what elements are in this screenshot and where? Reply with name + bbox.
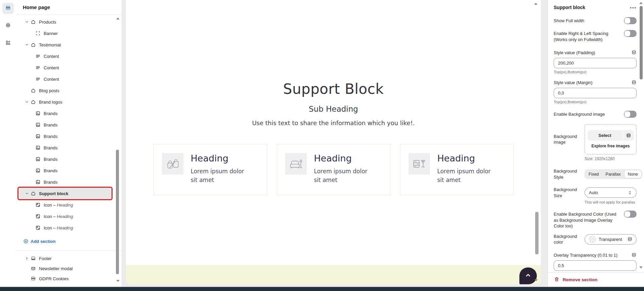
dynamic-source-icon[interactable] bbox=[631, 252, 637, 258]
dynamic-source-icon[interactable] bbox=[631, 80, 637, 85]
chevron-down-icon[interactable] bbox=[23, 191, 31, 195]
image-icon bbox=[35, 122, 44, 128]
overlay-label: Overlay Transparency (0.01 to 1) bbox=[554, 253, 617, 258]
support-block-section[interactable]: Support Block Sub Heading Use this text … bbox=[126, 0, 541, 195]
tree-item-label: Icon – Heading bbox=[44, 203, 73, 208]
panel-scrollbar-thumb[interactable] bbox=[640, 6, 643, 79]
bg-style-option-none[interactable]: None bbox=[624, 170, 642, 178]
bg-image-select-button[interactable]: Select bbox=[588, 130, 634, 141]
sidebar-tree-item-brands[interactable]: Brands bbox=[18, 153, 112, 165]
sidebar-tree-item-content[interactable]: Content bbox=[18, 50, 112, 62]
home-icon bbox=[31, 19, 39, 25]
preview-scrollbar-thumb[interactable] bbox=[535, 212, 539, 254]
enable-spacing-toggle[interactable] bbox=[624, 30, 637, 37]
panel-scroll-down-arrow[interactable] bbox=[639, 266, 643, 268]
tree-item-label: Brand logos bbox=[39, 100, 62, 105]
sidebar-tree-item-brands[interactable]: Brands bbox=[18, 108, 112, 119]
tree-item-text: Blog posts bbox=[39, 88, 59, 93]
sidebar-tree-item-icon-[interactable]: Icon – Heading bbox=[18, 211, 112, 222]
background-size-select[interactable]: Auto bbox=[585, 187, 637, 198]
sidebar-tree-item-banner[interactable]: Banner bbox=[18, 28, 112, 39]
theme-settings-button[interactable] bbox=[2, 20, 14, 32]
tree-item-label: Brands bbox=[44, 134, 57, 139]
sidebar-scrollbar-thumb[interactable] bbox=[116, 150, 119, 274]
image-icon bbox=[35, 145, 44, 150]
image-icon bbox=[35, 168, 44, 173]
show-full-width-toggle[interactable] bbox=[624, 17, 637, 24]
sidebar-tree-item-icon-[interactable]: Icon – Heading bbox=[18, 222, 112, 233]
chevron-down-icon[interactable] bbox=[23, 43, 31, 47]
support-card[interactable]: HeadingLorem ipsum dolor sit amet bbox=[400, 144, 514, 195]
sidebar-tree: ProductsBannerTestimonialContentContentC… bbox=[18, 16, 112, 233]
sidebar-tree-item-support-block[interactable]: Support block bbox=[18, 188, 112, 199]
sidebar-item-gdpr-cookies[interactable]: GDPR Cookies bbox=[18, 274, 112, 284]
card-body-text: Lorem ipsum dolor sit amet bbox=[437, 167, 498, 185]
bg-style-option-parallax[interactable]: Parallax bbox=[602, 170, 624, 178]
remove-section-button[interactable]: Remove section bbox=[548, 272, 644, 287]
sidebar-tree-item-brands[interactable]: Brands bbox=[18, 176, 112, 188]
sidebar-tree-item-blog-posts[interactable]: Blog posts bbox=[18, 85, 112, 96]
preview-scroll-down-arrow[interactable] bbox=[534, 279, 538, 281]
sidebar-tree-item-icon-[interactable]: Icon – Heading bbox=[18, 199, 112, 211]
sidebar-tree-item-content[interactable]: Content bbox=[18, 73, 112, 85]
chevron-down-icon[interactable] bbox=[23, 100, 31, 104]
card-heading: Heading bbox=[191, 153, 251, 163]
padding-input[interactable] bbox=[554, 58, 637, 68]
tree-item-label: Brands bbox=[44, 122, 57, 128]
explore-free-images-link[interactable]: Explore free images bbox=[591, 144, 630, 148]
sidebar-tree-item-brands[interactable]: Brands bbox=[18, 142, 112, 153]
show-full-width-label: Show Full width bbox=[554, 17, 584, 24]
bg-style-option-fixed[interactable]: Fixed bbox=[585, 170, 602, 178]
dynamic-source-icon[interactable] bbox=[627, 237, 633, 242]
card-heading: Heading bbox=[314, 153, 375, 163]
tree-item-text: Icon – bbox=[44, 225, 57, 230]
footer-icon bbox=[31, 256, 39, 261]
sidebar-item-recently-purchased[interactable]: Recently purchased bbox=[18, 284, 112, 284]
apps-add-icon bbox=[5, 40, 11, 47]
bg-color-picker[interactable]: Transparent bbox=[585, 234, 637, 245]
section-description: Use this text to share the information w… bbox=[126, 119, 541, 126]
section-subtitle: Sub Heading bbox=[126, 105, 541, 113]
sidebar-tree-item-brands[interactable]: Brands bbox=[18, 131, 112, 142]
preview-scroll-up-arrow[interactable] bbox=[534, 3, 538, 5]
updown-chevrons-icon bbox=[627, 190, 633, 195]
dynamic-source-icon[interactable] bbox=[623, 130, 634, 141]
kebab-menu-icon[interactable]: ••• bbox=[630, 5, 637, 10]
preview-area: Support Block Sub Heading Use this text … bbox=[122, 0, 548, 287]
chevron-right-icon[interactable] bbox=[23, 256, 31, 260]
margin-input[interactable] bbox=[554, 88, 637, 98]
support-card[interactable]: HeadingLorem ipsum dolor sit amet bbox=[277, 144, 390, 195]
sidebar-scroll-up-arrow[interactable] bbox=[116, 17, 120, 20]
enable-bg-color-toggle[interactable] bbox=[624, 211, 637, 218]
scroll-to-top-button[interactable] bbox=[519, 267, 537, 284]
overlay-input[interactable] bbox=[554, 260, 637, 271]
sidebar-scroll-down-arrow[interactable] bbox=[116, 280, 120, 282]
sidebar-tree-item-brands[interactable]: Brands bbox=[18, 165, 112, 176]
tree-item-text: Brands bbox=[44, 122, 57, 128]
sidebar-tree-item-testimonial[interactable]: Testimonial bbox=[18, 39, 112, 50]
image-icon bbox=[35, 134, 44, 139]
enable-bg-image-toggle[interactable] bbox=[624, 111, 637, 118]
tree-item-label: Support block bbox=[39, 191, 68, 196]
tree-item-text: Brand logos bbox=[39, 100, 62, 105]
tree-item-label: Brands bbox=[44, 145, 57, 150]
add-section-button[interactable]: Add section bbox=[18, 235, 112, 247]
dynamic-source-icon[interactable] bbox=[631, 50, 637, 55]
support-card[interactable]: HeadingLorem ipsum dolor sit amet bbox=[154, 144, 267, 195]
padding-helper: Top(px),Bottom(px) bbox=[554, 70, 637, 74]
chevron-down-icon[interactable] bbox=[23, 20, 31, 24]
sidebar-item-footer[interactable]: Footer bbox=[18, 253, 112, 263]
enable-spacing-label: Enable Right & Left Spacing (Works only … bbox=[554, 30, 619, 42]
app-embeds-button[interactable] bbox=[2, 38, 14, 49]
sidebar-tree-item-brands[interactable]: Brands bbox=[18, 119, 112, 131]
sidebar-tree-item-brand-logos[interactable]: Brand logos bbox=[18, 96, 112, 108]
sidebar-tree-item-products[interactable]: Products bbox=[18, 16, 112, 28]
sidebar-tree-item-content[interactable]: Content bbox=[18, 62, 112, 73]
furniture-illustration bbox=[285, 153, 307, 175]
tree-item-text: Brands bbox=[44, 157, 57, 162]
panel-scroll-up-arrow[interactable] bbox=[639, 2, 643, 4]
bg-size-helper: This will not apply for parallax bbox=[585, 200, 637, 204]
sidebar-item-newsletter-modal[interactable]: Newsletter modal bbox=[18, 263, 112, 274]
sections-nav-button[interactable] bbox=[2, 3, 14, 14]
tree-item-text: Brands bbox=[44, 134, 57, 139]
